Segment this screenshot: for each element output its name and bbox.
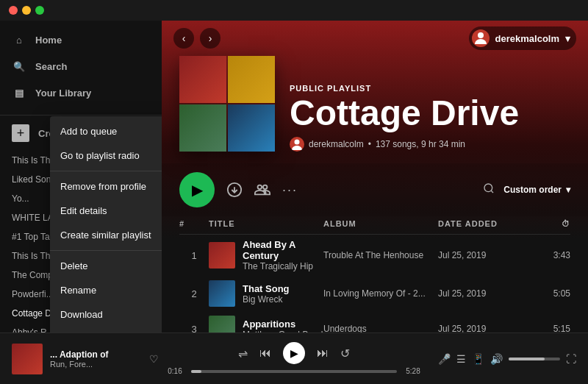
art-tile-1 — [179, 56, 226, 103]
download-control-button[interactable] — [226, 182, 243, 198]
sidebar: ⌂ Home 🔍 Search ▤ Your Library + Create … — [0, 21, 162, 333]
owner-avatar — [290, 137, 304, 152]
main-content: ‹ › derekmalcolm ▾ PUBLIC PLAYLIST Co — [162, 21, 588, 333]
track-info: Apparitions Matthew Good Band — [209, 316, 323, 333]
player-bar: ... Adaption of Run, Fore... ♡ ⇌ ⏮ ▶ ⏭ ↺… — [0, 333, 588, 384]
track-number: 3 — [179, 324, 209, 333]
track-date-added: Jul 25, 2019 — [438, 250, 526, 260]
svg-line-5 — [491, 191, 493, 193]
progress-fill — [191, 370, 201, 373]
col-duration: ⏱ — [526, 219, 570, 228]
track-thumbnail — [209, 280, 235, 307]
context-menu-go-to-radio[interactable]: Go to playlist radio — [50, 143, 162, 168]
total-time: 5:28 — [403, 367, 423, 375]
playlist-owner: derekmalcolm — [309, 139, 364, 149]
close-button[interactable] — [9, 6, 18, 15]
search-icon: 🔍 — [12, 59, 26, 74]
col-num: # — [179, 219, 209, 228]
track-album: Trouble At The Henhouse — [323, 250, 438, 260]
player-buttons: ⇌ ⏮ ▶ ⏭ ↺ — [238, 342, 350, 364]
track-date-added: Jul 25, 2019 — [438, 324, 526, 333]
context-menu-download[interactable]: Download ⬇ — [50, 302, 162, 327]
sidebar-item-library[interactable]: ▤ Your Library — [0, 79, 162, 106]
sidebar-item-home[interactable]: ⌂ Home — [0, 26, 162, 53]
context-menu-add-to-queue[interactable]: Add to queue — [50, 119, 162, 143]
track-duration: 5:15 — [526, 324, 570, 333]
now-playing-artist: Run, Fore... — [50, 360, 142, 369]
title-bar — [0, 0, 588, 21]
track-duration: 3:43 — [526, 250, 570, 260]
track-info: Ahead By A Century The Tragically Hip — [209, 239, 323, 271]
previous-button[interactable]: ⏮ — [259, 346, 271, 360]
track-name-artist: Apparitions Matthew Good Band — [243, 319, 323, 333]
context-menu-divider — [50, 250, 162, 251]
volume-icon[interactable]: 🔊 — [490, 353, 503, 365]
now-playing-thumbnail — [12, 344, 43, 374]
track-album: Underdogs — [323, 324, 438, 333]
context-menu-delete[interactable]: Delete — [50, 254, 162, 278]
context-menu-create-similar[interactable]: Create similar playlist — [50, 223, 162, 247]
play-button[interactable]: ▶ — [179, 172, 215, 207]
heart-button[interactable]: ♡ — [149, 353, 159, 365]
track-info: That Song Big Wreck — [209, 280, 323, 307]
context-menu-remove-profile[interactable]: Remove from profile — [50, 174, 162, 199]
top-bar: ‹ › derekmalcolm ▾ — [162, 21, 588, 56]
progress-bar: 0:16 5:28 — [165, 367, 423, 375]
next-button[interactable]: ⏭ — [317, 346, 329, 360]
devices-button[interactable]: 📱 — [472, 353, 484, 365]
svg-point-4 — [484, 184, 492, 192]
more-options-button[interactable]: ··· — [282, 182, 298, 198]
shuffle-button[interactable]: ⇌ — [238, 346, 248, 360]
track-thumbnail — [209, 316, 235, 333]
search-tracks-button[interactable] — [483, 182, 495, 197]
track-number: 2 — [179, 288, 209, 299]
track-list-header: # TITLE ALBUM DATE ADDED ⏱ — [179, 216, 570, 235]
track-duration: 5:05 — [526, 288, 570, 299]
context-menu: Add to queue Go to playlist radio Remove… — [50, 116, 162, 333]
lyrics-button[interactable]: 🎤 — [438, 353, 451, 365]
sidebar-divider — [0, 115, 162, 115]
context-menu-rename[interactable]: Rename — [50, 278, 162, 302]
art-tile-3 — [179, 104, 226, 152]
track-name-artist: Ahead By A Century The Tragically Hip — [243, 239, 323, 271]
back-button[interactable]: ‹ — [173, 28, 194, 49]
username-label: derekmalcolm — [495, 33, 559, 44]
player-play-pause-button[interactable]: ▶ — [283, 342, 305, 364]
now-playing-title: ... Adaption of — [50, 349, 142, 360]
traffic-lights — [9, 6, 44, 15]
volume-fill — [509, 358, 545, 360]
repeat-button[interactable]: ↺ — [340, 346, 350, 360]
table-row[interactable]: 1 Ahead By A Century The Tragically Hip … — [179, 235, 570, 276]
chevron-down-icon: ▾ — [566, 185, 570, 195]
queue-button[interactable]: ☰ — [456, 353, 466, 365]
track-artist: Big Wreck — [243, 294, 290, 305]
col-album: ALBUM — [323, 219, 438, 228]
user-avatar — [472, 29, 490, 47]
context-menu-edit-details[interactable]: Edit details — [50, 199, 162, 223]
playlist-meta: derekmalcolm • 137 songs, 9 hr 34 min — [290, 137, 570, 152]
fullscreen-button[interactable]: ⛶ — [566, 353, 576, 365]
add-user-button[interactable] — [254, 182, 270, 198]
forward-button[interactable]: › — [200, 28, 220, 49]
custom-order-button[interactable]: Custom order ▾ — [503, 185, 570, 195]
progress-track[interactable] — [191, 370, 397, 373]
volume-bar[interactable] — [509, 358, 560, 360]
playlist-info: PUBLIC PLAYLIST Cottage Drive derekmalco… — [290, 84, 570, 152]
playlist-controls: ▶ ··· Custom order ▾ — [162, 163, 588, 216]
table-row[interactable]: 2 That Song Big Wreck In Loving Memory O… — [179, 276, 570, 311]
user-menu-button[interactable]: derekmalcolm ▾ — [469, 26, 576, 50]
context-menu-create-playlist[interactable]: Create playlist + — [50, 327, 162, 333]
app-body: ⌂ Home 🔍 Search ▤ Your Library + Create … — [0, 21, 588, 333]
art-tile-4 — [228, 104, 275, 152]
maximize-button[interactable] — [35, 6, 44, 15]
track-number: 1 — [179, 250, 209, 261]
col-title: TITLE — [209, 219, 323, 228]
sidebar-item-search[interactable]: 🔍 Search — [0, 53, 162, 79]
minimize-button[interactable] — [22, 6, 31, 15]
track-artist: The Tragically Hip — [243, 261, 323, 271]
table-row[interactable]: 3 Apparitions Matthew Good Band Underdog… — [179, 311, 570, 333]
track-name-artist: That Song Big Wreck — [243, 283, 290, 305]
controls-right: Custom order ▾ — [483, 182, 570, 197]
track-thumbnail — [209, 242, 235, 269]
custom-order-label: Custom order — [503, 185, 562, 195]
